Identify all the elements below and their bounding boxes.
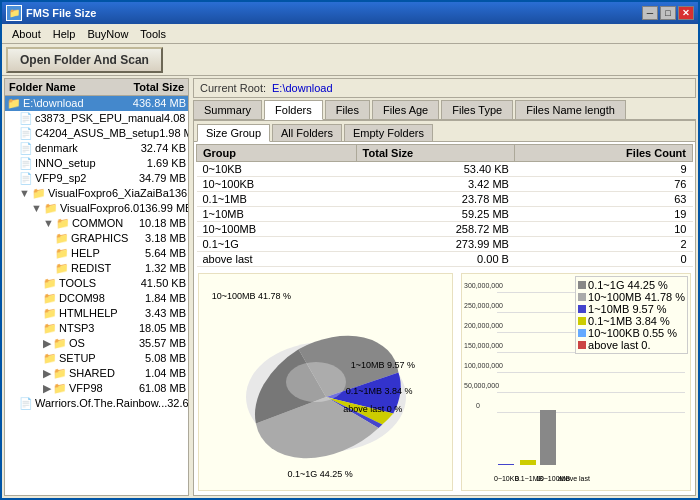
sub-tab-all-folders[interactable]: All Folders xyxy=(272,124,342,141)
list-item[interactable]: ▼📁VisualFoxpro6.0 136.99 MB xyxy=(5,201,188,216)
data-table-section: Group Total Size Files Count 0~10KB53.40… xyxy=(194,142,695,269)
y-label-2: 250,000,000 xyxy=(464,302,503,309)
main-window: 📁 FMS File Size ─ □ ✕ About Help BuyNow … xyxy=(0,0,700,500)
title-bar: 📁 FMS File Size ─ □ ✕ xyxy=(2,2,698,24)
cell-count: 9 xyxy=(515,162,693,177)
bar-legend: 0.1~1G 44.25 % 10~100MB 41.78 % 1~10MB 9… xyxy=(575,276,688,354)
list-item[interactable]: ▶📁SHARED 1.04 MB xyxy=(5,366,188,381)
legend-item-6: above last 0. xyxy=(578,339,685,351)
list-item[interactable]: 📁HELP 5.64 MB xyxy=(5,246,188,261)
cell-group: above last xyxy=(197,252,357,267)
list-item[interactable]: 📁GRAPHICS 3.18 MB xyxy=(5,231,188,246)
bar-01-1mb xyxy=(520,460,536,465)
list-item[interactable]: ▼📁COMMON 10.18 MB xyxy=(5,216,188,231)
list-item[interactable]: 📄Warriors.Of.The.Rainbow... 32.63 KB xyxy=(5,396,188,411)
legend-item-2: 10~100MB 41.78 % xyxy=(578,291,685,303)
window-title: FMS File Size xyxy=(26,7,96,19)
list-item[interactable]: 📁DCOM98 1.84 MB xyxy=(5,291,188,306)
cell-count: 63 xyxy=(515,192,693,207)
cell-size: 53.40 KB xyxy=(356,162,515,177)
y-label-6: 50,000,000 xyxy=(464,382,499,389)
sub-tab-empty-folders[interactable]: Empty Folders xyxy=(344,124,433,141)
x-label-4: above last xyxy=(558,475,590,482)
cell-size: 3.42 MB xyxy=(356,177,515,192)
tab-files[interactable]: Files xyxy=(325,100,370,119)
cell-count: 0 xyxy=(515,252,693,267)
list-item[interactable]: ▶📁VFP98 61.08 MB xyxy=(5,381,188,396)
grid-line xyxy=(497,372,685,373)
list-item[interactable]: 📄INNO_setup 1.69 KB xyxy=(5,156,188,171)
menu-bar: About Help BuyNow Tools xyxy=(2,24,698,44)
table-row: 10~100KB3.42 MB76 xyxy=(197,177,693,192)
list-item[interactable]: 📄denmark 32.74 KB xyxy=(5,141,188,156)
cell-group: 1~10MB xyxy=(197,207,357,222)
bar-chart: 300,000,000 250,000,000 200,000,000 150,… xyxy=(461,273,691,491)
menu-about[interactable]: About xyxy=(6,26,47,42)
minimize-button[interactable]: ─ xyxy=(642,6,658,20)
cell-count: 10 xyxy=(515,222,693,237)
sub-tab-size-group[interactable]: Size Group xyxy=(197,124,270,142)
tab-files-age[interactable]: Files Age xyxy=(372,100,439,119)
tab-folders[interactable]: Folders xyxy=(264,100,323,120)
tab-summary[interactable]: Summary xyxy=(193,100,262,119)
table-row: 1~10MB59.25 MB19 xyxy=(197,207,693,222)
y-label-7: 0 xyxy=(476,402,480,409)
col-total-size: Total Size xyxy=(356,145,515,162)
list-item[interactable]: 📁NTSP3 18.05 MB xyxy=(5,321,188,336)
sub-tabs: Size Group All Folders Empty Folders xyxy=(194,121,695,142)
charts-area: 10~100MB 41.78 % 1~10MB 9.57 % 0.1~1MB 3… xyxy=(194,269,695,495)
list-item[interactable]: ▼📁VisualFoxpro6_XiaZaiBa 136.99 MB xyxy=(5,186,188,201)
menu-help[interactable]: Help xyxy=(47,26,82,42)
legend-item-5: 10~100KB 0.55 % xyxy=(578,327,685,339)
bar-10-100mb xyxy=(540,410,556,465)
pie-label-3: above last 0 % xyxy=(343,404,402,414)
cell-group: 0.1~1G xyxy=(197,237,357,252)
list-item[interactable]: 📄C4204_ASUS_MB_setup 1.98 MB xyxy=(5,126,188,141)
list-item[interactable]: 📁TOOLS 41.50 KB xyxy=(5,276,188,291)
list-item[interactable]: ▶📁OS 35.57 MB xyxy=(5,336,188,351)
y-label-1: 300,000,000 xyxy=(464,282,503,289)
cell-size: 59.25 MB xyxy=(356,207,515,222)
total-size-header: Total Size xyxy=(133,81,184,93)
cell-group: 10~100MB xyxy=(197,222,357,237)
bar-0-10kb xyxy=(498,464,514,465)
list-item[interactable]: 📄c3873_PSK_EPU_manual 4.08 MB xyxy=(5,111,188,126)
list-item[interactable]: 📄VFP9_sp2 34.79 MB xyxy=(5,171,188,186)
cell-group: 0~10KB xyxy=(197,162,357,177)
scan-button[interactable]: Open Folder And Scan xyxy=(6,47,163,73)
title-controls: ─ □ ✕ xyxy=(642,6,694,20)
data-table: Group Total Size Files Count 0~10KB53.40… xyxy=(196,144,693,267)
right-panel: Current Root: E:\download Summary Folder… xyxy=(193,78,696,496)
grid-line xyxy=(497,392,685,393)
folder-tree-panel: Folder Name Total Size 📁E:\download 436.… xyxy=(4,78,189,496)
title-bar-text: 📁 FMS File Size xyxy=(6,5,96,21)
cell-size: 0.00 B xyxy=(356,252,515,267)
list-item[interactable]: 📁REDIST 1.32 MB xyxy=(5,261,188,276)
menu-tools[interactable]: Tools xyxy=(134,26,172,42)
maximize-button[interactable]: □ xyxy=(660,6,676,20)
menu-buynow[interactable]: BuyNow xyxy=(81,26,134,42)
pie-label-4: 0.1~1G 44.25 % xyxy=(288,469,353,479)
tab-files-type[interactable]: Files Type xyxy=(441,100,513,119)
list-item[interactable]: 📁SETUP 5.08 MB xyxy=(5,351,188,366)
legend-item-4: 0.1~1MB 3.84 % xyxy=(578,315,685,327)
tree-root[interactable]: 📁E:\download 436.84 MB xyxy=(5,96,188,111)
tab-files-name-length[interactable]: Files Name length xyxy=(515,100,626,119)
tree-header: Folder Name Total Size xyxy=(5,79,188,96)
list-item[interactable]: 📁HTMLHELP 3.43 MB xyxy=(5,306,188,321)
cell-group: 10~100KB xyxy=(197,177,357,192)
pie-chart: 10~100MB 41.78 % 1~10MB 9.57 % 0.1~1MB 3… xyxy=(198,273,453,491)
pie-label-1: 1~10MB 9.57 % xyxy=(351,360,415,370)
legend-item-3: 1~10MB 9.57 % xyxy=(578,303,685,315)
current-root-bar: Current Root: E:\download xyxy=(193,78,696,98)
cell-group: 0.1~1MB xyxy=(197,192,357,207)
pie-label-2: 0.1~1MB 3.84 % xyxy=(346,386,413,396)
col-group: Group xyxy=(197,145,357,162)
content-area: Size Group All Folders Empty Folders Gro… xyxy=(193,120,696,496)
table-row: 0.1~1MB23.78 MB63 xyxy=(197,192,693,207)
cell-count: 2 xyxy=(515,237,693,252)
cell-count: 19 xyxy=(515,207,693,222)
cell-count: 76 xyxy=(515,177,693,192)
cell-size: 273.99 MB xyxy=(356,237,515,252)
close-button[interactable]: ✕ xyxy=(678,6,694,20)
